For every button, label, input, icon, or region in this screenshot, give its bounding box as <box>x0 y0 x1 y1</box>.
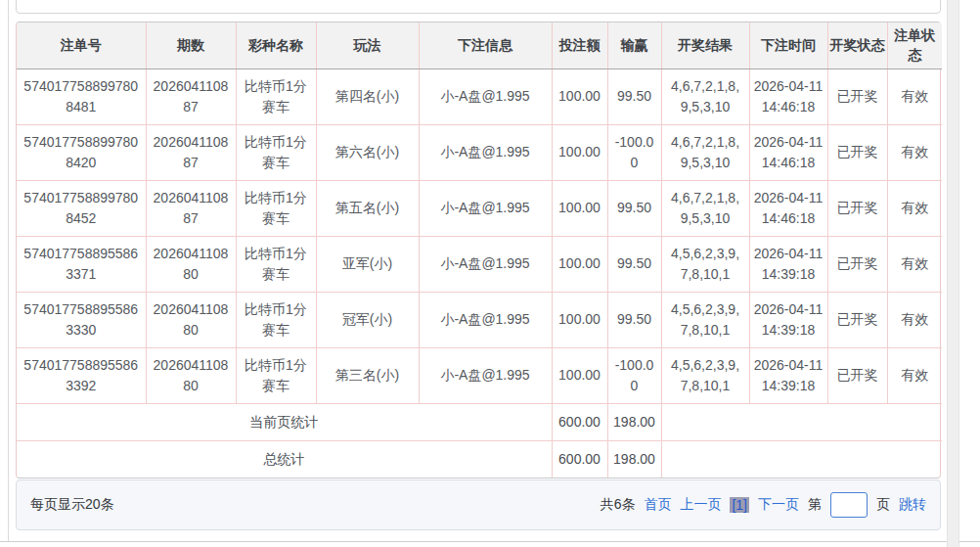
total-summary-row: 总统计 600.00 198.00 <box>17 440 942 478</box>
cell-winloss: 99.50 <box>607 180 661 236</box>
cell-result: 4,6,7,2,1,8,9,5,3,10 <box>661 124 749 180</box>
cell-play: 第五名(小) <box>316 180 419 236</box>
table-row: 5740177588955863371 202604110880 比特币1分赛车… <box>17 236 942 292</box>
cell-lottery: 比特币1分赛车 <box>236 236 316 292</box>
cell-bet-id: 5740177588955863330 <box>17 292 146 347</box>
cell-lottery: 比特币1分赛车 <box>236 68 316 124</box>
page-summary-label: 当前页统计 <box>17 403 552 440</box>
cell-time: 2026-04-11 14:39:18 <box>749 236 827 292</box>
table-row: 5740177588955863330 202604110880 比特币1分赛车… <box>17 292 942 347</box>
cell-period: 202604110880 <box>146 236 236 292</box>
cell-draw-status: 已开奖 <box>827 68 887 124</box>
cell-lottery: 比特币1分赛车 <box>236 124 316 180</box>
table-row: 5740177588997808452 202604110887 比特币1分赛车… <box>17 180 942 236</box>
bottom-divider <box>0 541 980 542</box>
prev-page-link[interactable]: 上一页 <box>680 496 721 514</box>
cell-play: 第六名(小) <box>316 124 419 180</box>
cell-winloss: -100.00 <box>607 347 661 403</box>
cell-status: 有效 <box>887 124 942 180</box>
cell-bet-info: 小-A盘@1.995 <box>419 124 552 180</box>
cell-bet-id: 5740177588955863371 <box>17 236 146 292</box>
col-header-draw-status: 开奖状态 <box>827 23 887 68</box>
page-summary-empty <box>661 403 942 440</box>
cell-play: 第三名(小) <box>316 347 419 403</box>
cell-winloss: -100.00 <box>607 124 661 180</box>
bet-records-page: 注单号 期数 彩种名称 玩法 下注信息 投注额 输赢 开奖结果 下注时间 开奖状… <box>0 0 980 547</box>
container-left-border <box>8 0 9 541</box>
cell-time: 2026-04-11 14:46:18 <box>749 124 827 180</box>
cell-amount: 100.00 <box>552 124 607 180</box>
cell-result: 4,6,7,2,1,8,9,5,3,10 <box>661 68 749 124</box>
cell-draw-status: 已开奖 <box>827 180 887 236</box>
total-summary-label: 总统计 <box>17 440 552 478</box>
cell-winloss: 99.50 <box>607 292 661 347</box>
per-page-label: 每页显示20条 <box>30 496 114 514</box>
page-summary-amount: 600.00 <box>552 403 607 440</box>
cell-time: 2026-04-11 14:39:18 <box>749 347 827 403</box>
cell-result: 4,5,6,2,3,9,7,8,10,1 <box>661 347 749 403</box>
jump-button[interactable]: 跳转 <box>899 496 926 514</box>
cell-winloss: 99.50 <box>607 236 661 292</box>
cell-draw-status: 已开奖 <box>827 292 887 347</box>
cell-period: 202604110887 <box>146 68 236 124</box>
cell-period: 202604110880 <box>146 292 236 347</box>
current-page-indicator[interactable]: [1] <box>730 497 749 513</box>
total-summary-amount: 600.00 <box>552 440 607 478</box>
jump-prefix-label: 第 <box>808 496 822 514</box>
pagination-bar: 每页显示20条 共6条 首页 上一页 [1] 下一页 第 页 跳转 <box>16 479 941 530</box>
cell-status: 有效 <box>887 68 942 124</box>
cell-bet-id: 5740177588997808481 <box>17 68 146 124</box>
col-header-status: 注单状态 <box>887 23 942 68</box>
cell-result: 4,6,7,2,1,8,9,5,3,10 <box>661 180 749 236</box>
col-header-play: 玩法 <box>316 23 419 68</box>
page-jump-input[interactable] <box>830 492 868 518</box>
cell-result: 4,5,6,2,3,9,7,8,10,1 <box>661 236 749 292</box>
cell-amount: 100.00 <box>552 180 607 236</box>
col-header-period: 期数 <box>146 23 236 68</box>
cell-bet-id: 5740177588997808452 <box>17 180 146 236</box>
cell-amount: 100.00 <box>552 292 607 347</box>
total-summary-empty <box>661 440 942 478</box>
col-header-amount: 投注额 <box>552 23 607 68</box>
total-summary-winloss: 198.00 <box>607 440 661 478</box>
cell-play: 第四名(小) <box>316 68 419 124</box>
jump-suffix-label: 页 <box>876 496 890 514</box>
cell-result: 4,5,6,2,3,9,7,8,10,1 <box>661 292 749 347</box>
cell-time: 2026-04-11 14:46:18 <box>749 68 827 124</box>
page-summary-winloss: 198.00 <box>607 403 661 440</box>
cell-bet-info: 小-A盘@1.995 <box>419 180 552 236</box>
cell-lottery: 比特币1分赛车 <box>236 180 316 236</box>
cell-bet-id: 5740177588997808420 <box>17 124 146 180</box>
cell-bet-id: 5740177588955863392 <box>17 347 146 403</box>
table-header-row: 注单号 期数 彩种名称 玩法 下注信息 投注额 输赢 开奖结果 下注时间 开奖状… <box>17 23 942 68</box>
col-header-winloss: 输赢 <box>607 23 661 68</box>
cell-period: 202604110880 <box>146 347 236 403</box>
cell-play: 亚军(小) <box>316 236 419 292</box>
cell-period: 202604110887 <box>146 124 236 180</box>
cell-draw-status: 已开奖 <box>827 236 887 292</box>
bet-records-table-container: 注单号 期数 彩种名称 玩法 下注信息 投注额 输赢 开奖结果 下注时间 开奖状… <box>16 22 941 479</box>
cell-lottery: 比特币1分赛车 <box>236 347 316 403</box>
cell-winloss: 99.50 <box>607 68 661 124</box>
total-count-label: 共6条 <box>601 496 636 514</box>
cell-lottery: 比特币1分赛车 <box>236 292 316 347</box>
col-header-result: 开奖结果 <box>661 23 749 68</box>
col-header-time: 下注时间 <box>749 23 827 68</box>
next-page-link[interactable]: 下一页 <box>758 496 799 514</box>
first-page-link[interactable]: 首页 <box>644 496 671 514</box>
cell-time: 2026-04-11 14:39:18 <box>749 292 827 347</box>
cell-status: 有效 <box>887 292 942 347</box>
cell-draw-status: 已开奖 <box>827 124 887 180</box>
cell-bet-info: 小-A盘@1.995 <box>419 347 552 403</box>
col-header-bet-info: 下注信息 <box>419 23 552 68</box>
col-header-lottery: 彩种名称 <box>236 23 316 68</box>
cell-bet-info: 小-A盘@1.995 <box>419 292 552 347</box>
table-row: 5740177588997808481 202604110887 比特币1分赛车… <box>17 68 942 124</box>
cell-draw-status: 已开奖 <box>827 347 887 403</box>
table-row: 5740177588955863392 202604110880 比特币1分赛车… <box>17 347 942 403</box>
vertical-scrollbar[interactable] <box>947 0 959 547</box>
table-row: 5740177588997808420 202604110887 比特币1分赛车… <box>17 124 942 180</box>
cell-status: 有效 <box>887 347 942 403</box>
bet-records-table: 注单号 期数 彩种名称 玩法 下注信息 投注额 输赢 开奖结果 下注时间 开奖状… <box>17 23 942 478</box>
page-summary-row: 当前页统计 600.00 198.00 <box>17 403 942 440</box>
